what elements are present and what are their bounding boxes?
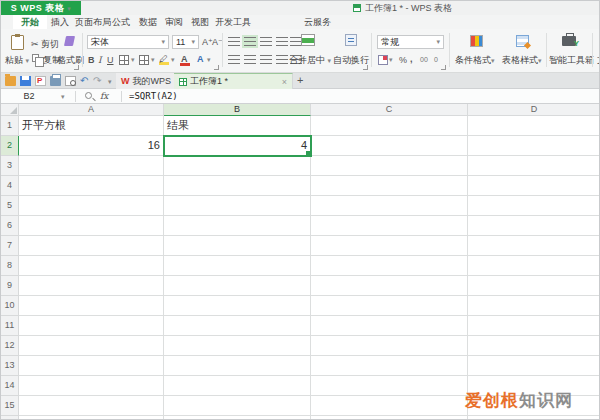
underline-button[interactable]: U [107,54,114,66]
font-dialog-launcher[interactable] [214,65,219,70]
cell-C10[interactable] [311,296,468,316]
cell-C8[interactable] [311,256,468,276]
redo-icon[interactable]: ↷ [93,74,101,88]
cell-D7[interactable] [468,236,600,256]
row-header-16[interactable]: 16 [1,416,19,420]
close-icon[interactable]: × [282,77,287,87]
row-header-2[interactable]: 2 [1,136,19,156]
paste-button[interactable]: 粘贴 ▾ [5,54,29,66]
cell-format-icon[interactable] [378,55,388,65]
row-header-1[interactable]: 1 [1,116,19,136]
row-header-3[interactable]: 3 [1,156,19,176]
menu-tab-4[interactable]: 数据 [135,15,161,29]
row-header-6[interactable]: 6 [1,216,19,236]
cell-C11[interactable] [311,316,468,336]
cell-C12[interactable] [311,336,468,356]
menu-tab-5[interactable]: 审阅 [161,15,187,29]
cell-D9[interactable] [468,276,600,296]
cell-D12[interactable] [468,336,600,356]
cell-A10[interactable] [19,296,164,316]
decrease-decimal-button[interactable]: 0 [434,54,438,66]
row-header-15[interactable]: 15 [1,396,19,416]
chevron-down-icon[interactable]: ▾ [151,56,155,64]
open-file-icon[interactable] [5,76,16,86]
cell-A9[interactable] [19,276,164,296]
cell-A5[interactable] [19,196,164,216]
align-middle-icon[interactable] [244,37,256,46]
row-header-9[interactable]: 9 [1,276,19,296]
cell-C16[interactable] [311,416,468,420]
print-preview-icon[interactable] [65,76,76,86]
percent-style-button[interactable]: % [399,54,407,66]
row-header-10[interactable]: 10 [1,296,19,316]
paste-icon[interactable] [11,35,24,50]
cut-button[interactable]: ✂ 剪切 [31,38,59,50]
cell-C4[interactable] [311,176,468,196]
cell-B5[interactable] [164,196,311,216]
chevron-down-icon[interactable]: ▾ [61,93,65,101]
cell-C6[interactable] [311,216,468,236]
font-name-select[interactable]: 宋体▾ [87,35,169,49]
cell-B11[interactable] [164,316,311,336]
number-format-select[interactable]: 常规▾ [377,35,444,49]
cell-B10[interactable] [164,296,311,316]
cell-C14[interactable] [311,376,468,396]
table-style-button[interactable]: 表格样式▾ [502,54,542,66]
number-dialog-launcher[interactable] [441,65,446,70]
cell-B3[interactable] [164,156,311,176]
undo-icon[interactable]: ↶ [80,74,88,88]
cell-C13[interactable] [311,356,468,376]
cell-A6[interactable] [19,216,164,236]
new-tab-button[interactable]: + [297,74,303,86]
align-top-icon[interactable] [228,37,240,46]
column-header-B[interactable]: B [164,104,311,116]
print-icon[interactable] [50,76,61,86]
row-header-12[interactable]: 12 [1,336,19,356]
borders-icon[interactable] [119,55,129,65]
doc-tab-workbook1[interactable]: 工作簿1 * × [174,73,293,89]
cell-A12[interactable] [19,336,164,356]
row-header-5[interactable]: 5 [1,196,19,216]
cell-B9[interactable] [164,276,311,296]
align-bottom-icon[interactable] [260,37,272,46]
column-header-D[interactable]: D [468,104,600,116]
quick-access-more-icon[interactable]: ▾ [108,78,112,86]
row-header-8[interactable]: 8 [1,256,19,276]
wps-app-menu-button[interactable]: S WPS 表格 ▾ [1,1,81,15]
row-header-4[interactable]: 4 [1,176,19,196]
cell-B2[interactable]: 4 [164,136,311,156]
cell-D3[interactable] [468,156,600,176]
row-header-14[interactable]: 14 [1,376,19,396]
cell-D11[interactable] [468,316,600,336]
cell-B6[interactable] [164,216,311,236]
align-center-icon[interactable] [244,55,256,64]
cell-D5[interactable] [468,196,600,216]
row-header-13[interactable]: 13 [1,356,19,376]
chevron-down-icon[interactable]: ▾ [131,56,135,64]
cell-C7[interactable] [311,236,468,256]
chevron-down-icon[interactable]: ▾ [171,56,175,64]
cell-A2[interactable]: 16 [19,136,164,156]
cell-B1[interactable]: 结果 [164,116,311,136]
cell-A8[interactable] [19,256,164,276]
bold-button[interactable]: B [88,54,95,66]
cell-C9[interactable] [311,276,468,296]
cell-D8[interactable] [468,256,600,276]
cell-A16[interactable] [19,416,164,420]
smart-toolbox-button[interactable]: 智能工具箱 [549,54,594,66]
cell-B13[interactable] [164,356,311,376]
font-size-select[interactable]: 11▾ [172,35,199,49]
cell-A3[interactable] [19,156,164,176]
cell-D2[interactable] [468,136,600,156]
conditional-format-button[interactable]: 条件格式▾ [455,54,495,66]
format-painter-button[interactable]: 格式刷 [57,54,84,66]
cell-D13[interactable] [468,356,600,376]
cell-A13[interactable] [19,356,164,376]
cell-B14[interactable] [164,376,311,396]
cell-B12[interactable] [164,336,311,356]
cell-D1[interactable] [468,116,600,136]
draw-border-icon[interactable] [139,55,149,65]
column-header-A[interactable]: A [19,104,164,116]
merge-center-button[interactable]: 合并居中 ▾ [289,54,331,66]
decrease-indent-icon[interactable] [276,37,288,46]
